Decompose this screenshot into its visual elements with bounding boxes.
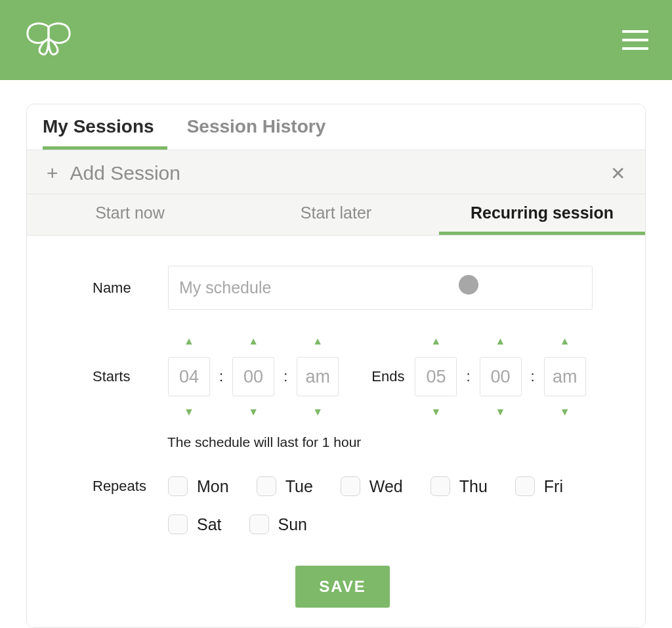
end-period-down[interactable]: ▼ <box>560 403 570 421</box>
checkbox-icon <box>430 476 450 496</box>
day-label: Tue <box>285 477 313 496</box>
recurring-form: Name Starts ▲ 04 ▼ : ▲ 00 ▼ : ▲ <box>27 236 645 627</box>
start-hour-input[interactable]: 04 <box>168 357 210 396</box>
days-group: Mon Tue Wed Thu Fri <box>168 476 593 534</box>
close-icon[interactable]: ✕ <box>610 163 625 184</box>
day-label: Sat <box>197 515 222 534</box>
subtab-start-now[interactable]: Start now <box>27 194 233 235</box>
name-input[interactable] <box>168 266 593 310</box>
time-colon: : <box>466 368 470 385</box>
duration-note: The schedule will last for 1 hour <box>167 434 593 450</box>
sessions-card: My Sessions Session History + Add Sessio… <box>26 104 646 628</box>
end-minute-down[interactable]: ▼ <box>495 403 506 421</box>
start-hour-down[interactable]: ▼ <box>184 403 194 421</box>
app-header <box>0 0 672 80</box>
subtab-start-later[interactable]: Start later <box>233 194 439 235</box>
start-time-group: ▲ 04 ▼ : ▲ 00 ▼ : ▲ am ▼ <box>168 332 339 421</box>
plus-icon: + <box>47 163 58 183</box>
name-label: Name <box>93 280 168 297</box>
add-session-row: + Add Session ✕ <box>27 150 645 194</box>
start-period-input[interactable]: am <box>297 357 339 396</box>
tab-session-history[interactable]: Session History <box>187 104 339 150</box>
end-minute-up[interactable]: ▲ <box>495 332 506 350</box>
day-label: Thu <box>459 477 488 496</box>
end-minute-input[interactable]: 00 <box>480 357 522 396</box>
end-period-up[interactable]: ▲ <box>560 332 570 350</box>
start-period-up[interactable]: ▲ <box>312 332 323 350</box>
ends-label: Ends <box>371 368 404 385</box>
day-label: Sun <box>278 515 307 534</box>
day-label: Wed <box>369 477 403 496</box>
starts-label: Starts <box>93 368 168 385</box>
add-session-label: Add Session <box>70 162 180 184</box>
end-time-group: ▲ 05 ▼ : ▲ 00 ▼ : ▲ am ▼ <box>415 332 585 421</box>
day-sat[interactable]: Sat <box>168 514 222 534</box>
start-minute-input[interactable]: 00 <box>232 357 274 396</box>
time-colon: : <box>284 368 287 385</box>
day-thu[interactable]: Thu <box>430 476 488 496</box>
day-sun[interactable]: Sun <box>249 514 307 534</box>
end-hour-down[interactable]: ▼ <box>430 403 441 421</box>
day-label: Mon <box>197 477 229 496</box>
day-wed[interactable]: Wed <box>341 476 403 496</box>
checkbox-icon <box>168 514 188 534</box>
end-hour-up[interactable]: ▲ <box>430 332 441 350</box>
subtab-recurring[interactable]: Recurring session <box>439 194 645 235</box>
session-type-tabs: Start now Start later Recurring session <box>27 194 645 236</box>
end-hour-input[interactable]: 05 <box>415 357 457 396</box>
checkbox-icon <box>168 476 188 496</box>
time-colon: : <box>531 368 535 385</box>
start-hour-up[interactable]: ▲ <box>184 332 194 350</box>
time-colon: : <box>219 368 223 385</box>
day-fri[interactable]: Fri <box>515 476 563 496</box>
day-mon[interactable]: Mon <box>168 476 229 496</box>
add-session-button[interactable]: + Add Session <box>47 162 180 184</box>
checkbox-icon <box>257 476 276 496</box>
checkbox-icon <box>515 476 535 496</box>
start-period-down[interactable]: ▼ <box>312 403 323 421</box>
end-period-input[interactable]: am <box>544 357 586 396</box>
start-minute-down[interactable]: ▼ <box>248 403 259 421</box>
butterfly-logo-icon <box>24 20 74 60</box>
day-tue[interactable]: Tue <box>257 476 313 496</box>
menu-icon[interactable] <box>622 30 648 50</box>
main-tabs: My Sessions Session History <box>27 104 645 150</box>
day-label: Fri <box>544 477 563 496</box>
checkbox-icon <box>341 476 360 496</box>
repeats-label: Repeats <box>93 476 168 495</box>
tab-my-sessions[interactable]: My Sessions <box>43 104 167 150</box>
start-minute-up[interactable]: ▲ <box>248 332 259 350</box>
checkbox-icon <box>249 514 269 534</box>
decorative-dot <box>459 275 478 295</box>
save-button[interactable]: SAVE <box>295 566 390 608</box>
